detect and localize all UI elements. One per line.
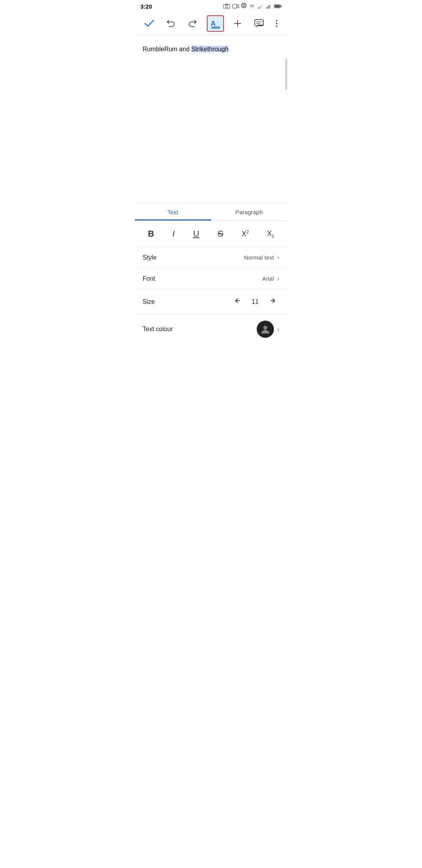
add-button[interactable]: [231, 16, 245, 30]
size-value: 11: [251, 298, 259, 305]
top-toolbar: A: [135, 12, 287, 35]
font-current-value: Arial: [262, 275, 274, 282]
style-current-value: Normal text: [244, 254, 274, 261]
format-buttons-row: B I U S X2 X2: [135, 221, 287, 247]
document-highlighted-text: Strikethrough: [191, 46, 229, 52]
status-time: 3:20: [140, 3, 152, 10]
svg-rect-8: [262, 4, 263, 9]
scrollbar[interactable]: [285, 59, 287, 90]
svg-rect-14: [281, 5, 282, 7]
pinterest-icon: [241, 3, 247, 10]
document-plain-text: RumbleRum and: [143, 46, 191, 52]
text-colour-avatar: [257, 321, 274, 338]
svg-rect-3: [232, 4, 237, 8]
superscript-button[interactable]: X2: [238, 228, 252, 240]
tab-paragraph[interactable]: Paragraph: [211, 203, 287, 221]
video-icon: [232, 4, 239, 9]
svg-point-22: [276, 20, 277, 22]
svg-point-23: [276, 23, 277, 24]
svg-rect-12: [270, 4, 271, 9]
svg-rect-15: [275, 5, 280, 7]
size-label: Size: [143, 298, 155, 305]
check-button[interactable]: [142, 17, 157, 30]
svg-rect-10: [268, 6, 268, 9]
svg-point-25: [263, 326, 267, 330]
signal2-icon: [266, 4, 272, 9]
svg-text:A: A: [211, 20, 216, 27]
redo-button[interactable]: [185, 16, 200, 30]
tab-text[interactable]: Text: [135, 203, 211, 221]
subscript-button[interactable]: X2: [264, 228, 277, 240]
svg-point-24: [276, 25, 277, 27]
underline-button[interactable]: U: [190, 227, 202, 240]
style-chevron-icon: ›: [277, 253, 279, 262]
signal1-icon: [257, 4, 264, 9]
more-options-button[interactable]: [273, 16, 280, 30]
status-bar: 3:20: [135, 0, 287, 12]
status-icons: [223, 3, 282, 10]
size-decrease-button[interactable]: [231, 296, 244, 308]
svg-rect-6: [259, 6, 260, 9]
format-text-button[interactable]: A: [207, 15, 224, 32]
text-colour-chevron-icon: ›: [277, 325, 279, 334]
style-label: Style: [143, 254, 157, 261]
style-row[interactable]: Style Normal text ›: [135, 247, 287, 268]
svg-rect-5: [258, 7, 259, 9]
svg-rect-7: [261, 5, 261, 9]
font-chevron-icon: ›: [277, 274, 279, 283]
font-row[interactable]: Font Arial ›: [135, 268, 287, 289]
undo-button[interactable]: [163, 16, 178, 30]
svg-rect-9: [266, 7, 267, 9]
format-panel: Text Paragraph B I U S X2 X2 Style Norma…: [135, 203, 287, 342]
strikethrough-button[interactable]: S: [215, 227, 227, 240]
format-tabs: Text Paragraph: [135, 203, 287, 221]
bold-button[interactable]: B: [145, 227, 157, 240]
size-increase-button[interactable]: [266, 296, 279, 308]
wifi-icon: [249, 4, 256, 9]
font-value: Arial ›: [262, 274, 279, 283]
battery-icon: [274, 4, 282, 9]
font-label: Font: [143, 275, 155, 282]
italic-button[interactable]: I: [169, 227, 178, 240]
comment-button[interactable]: [252, 16, 266, 30]
text-colour-label: Text colour: [143, 326, 173, 333]
photo-icon: [223, 4, 230, 9]
svg-rect-11: [269, 5, 270, 9]
svg-point-1: [225, 5, 228, 8]
svg-rect-0: [224, 4, 230, 9]
style-value: Normal text ›: [244, 253, 279, 262]
size-row: Size 11: [135, 289, 287, 314]
document-area[interactable]: RumbleRum and Strikethrough: [135, 35, 287, 203]
text-colour-value: ›: [257, 321, 279, 338]
size-controls: 11: [231, 296, 279, 308]
text-colour-row[interactable]: Text colour ›: [135, 314, 287, 342]
document-content: RumbleRum and Strikethrough: [143, 45, 279, 54]
